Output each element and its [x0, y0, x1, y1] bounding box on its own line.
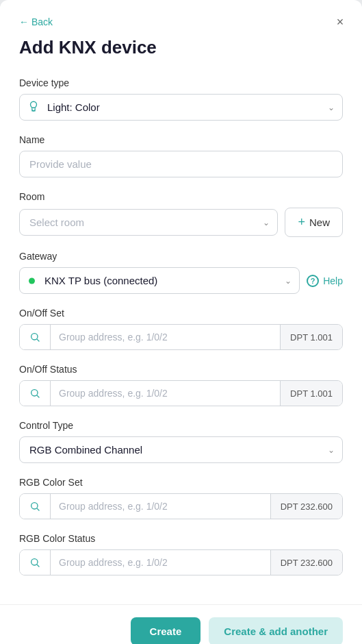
new-room-button[interactable]: + New	[285, 208, 343, 237]
rgb-color-status-search-button[interactable]	[20, 550, 51, 575]
close-button[interactable]: ×	[331, 12, 350, 32]
svg-point-4	[31, 503, 38, 509]
new-room-label: New	[309, 216, 330, 228]
on-off-status-label: On/Off Status	[19, 364, 343, 375]
name-label: Name	[19, 134, 343, 145]
on-off-set-label: On/Off Set	[19, 308, 343, 319]
rgb-color-set-input-row: DPT 232.600	[19, 493, 343, 519]
control-type-field: Control Type RGB Combined Channel ⌄	[19, 420, 343, 463]
back-button[interactable]: Back	[19, 16, 53, 27]
svg-line-5	[37, 508, 39, 510]
help-button[interactable]: ? Help	[307, 275, 343, 287]
svg-point-0	[31, 334, 38, 340]
device-type-select[interactable]: Light: Color	[19, 94, 343, 121]
control-type-label: Control Type	[19, 420, 343, 431]
page-title: Add KNX device	[19, 37, 343, 58]
gateway-field: Gateway KNX TP bus (connected) ⌄ ? Help	[19, 251, 343, 294]
device-type-select-wrapper: Light: Color ⌄	[19, 94, 343, 121]
control-type-select[interactable]: RGB Combined Channel	[19, 436, 343, 463]
search-icon	[29, 501, 40, 512]
search-icon	[29, 388, 40, 399]
svg-line-1	[37, 339, 39, 341]
add-knx-device-modal: × Back Add KNX device Device type Light:…	[0, 0, 362, 644]
svg-point-2	[31, 390, 38, 396]
room-label: Room	[19, 191, 343, 202]
rgb-color-status-field: RGB Color Status DPT 232.600	[19, 533, 343, 575]
on-off-status-dpt-badge: DPT 1.001	[280, 381, 342, 406]
gateway-row: KNX TP bus (connected) ⌄ ? Help	[19, 267, 343, 294]
name-field: Name	[19, 134, 343, 177]
rgb-color-set-label: RGB Color Set	[19, 477, 343, 488]
room-select[interactable]: Select room	[19, 209, 278, 236]
help-label: Help	[323, 275, 343, 286]
new-room-plus-icon: +	[298, 215, 305, 230]
svg-point-6	[31, 559, 38, 565]
room-field: Room Select room ⌄ + New	[19, 191, 343, 237]
rgb-color-set-search-button[interactable]	[20, 494, 51, 519]
on-off-status-search-button[interactable]	[20, 381, 51, 406]
search-icon	[29, 557, 40, 568]
rgb-color-set-dpt-badge: DPT 232.600	[270, 494, 342, 519]
on-off-set-search-button[interactable]	[20, 325, 51, 349]
on-off-set-input[interactable]	[51, 325, 280, 349]
search-icon	[29, 332, 40, 343]
create-and-add-another-button[interactable]: Create & add another	[209, 617, 343, 644]
rgb-color-set-input[interactable]	[51, 494, 270, 519]
help-circle-icon: ?	[307, 275, 319, 287]
footer: Create Create & add another	[0, 604, 362, 644]
gateway-select[interactable]: KNX TP bus (connected)	[19, 267, 300, 294]
rgb-color-status-label: RGB Color Status	[19, 533, 343, 544]
room-select-wrapper: Select room ⌄	[19, 209, 278, 236]
name-input[interactable]	[19, 151, 343, 177]
svg-line-3	[37, 395, 39, 397]
gateway-label: Gateway	[19, 251, 343, 262]
room-row: Select room ⌄ + New	[19, 208, 343, 237]
rgb-color-status-input-row: DPT 232.600	[19, 549, 343, 575]
on-off-status-input[interactable]	[51, 381, 280, 406]
device-type-field: Device type Light: Color ⌄	[19, 77, 343, 121]
on-off-status-input-row: DPT 1.001	[19, 380, 343, 406]
gateway-select-wrapper: KNX TP bus (connected) ⌄	[19, 267, 300, 294]
device-type-label: Device type	[19, 77, 343, 88]
control-type-select-wrapper: RGB Combined Channel ⌄	[19, 436, 343, 463]
svg-line-7	[37, 565, 39, 567]
create-button[interactable]: Create	[131, 617, 201, 644]
rgb-color-set-field: RGB Color Set DPT 232.600	[19, 477, 343, 519]
rgb-color-status-dpt-badge: DPT 232.600	[270, 550, 342, 575]
rgb-color-status-input[interactable]	[51, 550, 270, 575]
back-label: Back	[31, 16, 53, 27]
on-off-set-field: On/Off Set DPT 1.001	[19, 308, 343, 350]
on-off-set-input-row: DPT 1.001	[19, 324, 343, 350]
on-off-status-field: On/Off Status DPT 1.001	[19, 364, 343, 406]
on-off-set-dpt-badge: DPT 1.001	[280, 325, 342, 349]
